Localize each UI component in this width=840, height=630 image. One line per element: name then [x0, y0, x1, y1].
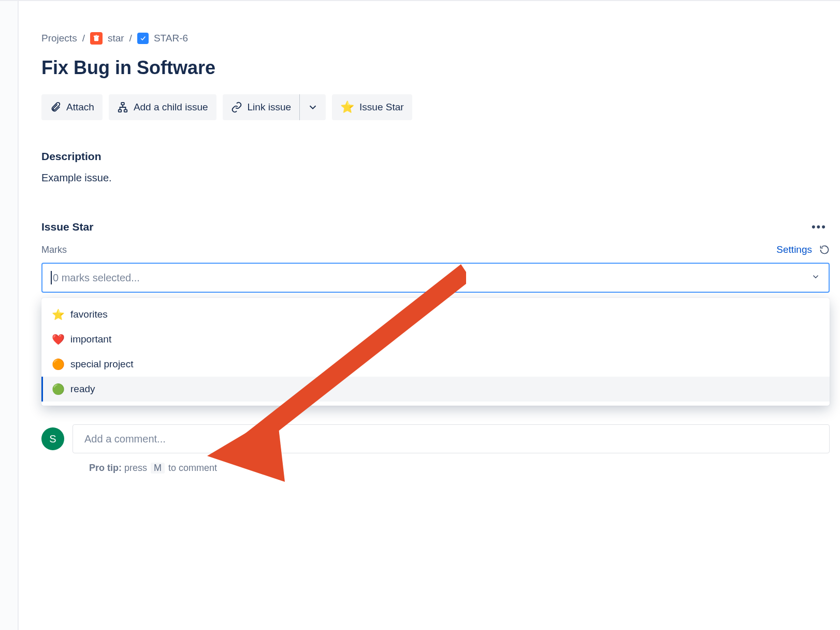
comment-placeholder: Add a comment...: [84, 433, 166, 445]
top-divider: [0, 0, 840, 1]
issue-title[interactable]: Fix Bug in Software: [41, 57, 830, 79]
project-icon: [90, 32, 103, 45]
marks-dropdown: ⭐ favorites ❤️ important 🟠 special proje…: [41, 298, 830, 406]
protip-suffix: to comment: [168, 463, 217, 473]
avatar[interactable]: S: [41, 427, 64, 450]
action-toolbar: Attach Add a child issue Link issue ⭐ Is…: [41, 94, 830, 120]
breadcrumb: Projects / star / STAR-6: [41, 32, 830, 45]
chevron-down-icon[interactable]: [811, 272, 820, 283]
breadcrumb-projects[interactable]: Projects: [41, 33, 77, 44]
breadcrumb-sep: /: [82, 33, 85, 44]
breadcrumb-issue-key[interactable]: STAR-6: [154, 33, 188, 44]
dropdown-option-important[interactable]: ❤️ important: [41, 327, 830, 352]
marks-select[interactable]: 0 marks selected...: [41, 263, 830, 293]
select-placeholder-wrap: 0 marks selected...: [51, 271, 140, 284]
description-heading: Description: [41, 150, 830, 163]
left-rail: [0, 0, 19, 630]
refresh-icon[interactable]: [819, 245, 830, 255]
link-issue-dropdown-button[interactable]: [300, 94, 326, 120]
star-icon: ⭐: [52, 308, 64, 321]
link-issue-button[interactable]: Link issue: [223, 94, 300, 120]
dropdown-option-special-project[interactable]: 🟠 special project: [41, 352, 830, 377]
description-body[interactable]: Example issue.: [41, 172, 830, 184]
issue-star-label: Issue Star: [359, 102, 404, 113]
pro-tip: Pro tip: press M to comment: [89, 463, 830, 474]
marks-label: Marks: [41, 245, 67, 255]
add-child-label: Add a child issue: [134, 102, 208, 113]
comment-row: S Add a comment...: [41, 424, 830, 453]
issue-content: Projects / star / STAR-6 Fix Bug in Soft…: [41, 32, 830, 474]
protip-prefix: Pro tip:: [89, 463, 122, 473]
link-issue-label: Link issue: [248, 102, 292, 113]
more-actions-icon[interactable]: •••: [808, 220, 830, 234]
svg-rect-0: [121, 103, 124, 105]
issue-star-button[interactable]: ⭐ Issue Star: [332, 94, 412, 120]
option-label: special project: [70, 359, 133, 370]
select-placeholder: 0 marks selected...: [53, 272, 140, 284]
svg-rect-2: [124, 110, 127, 112]
attach-label: Attach: [66, 102, 94, 113]
option-label: ready: [70, 383, 95, 395]
panel-title: Issue Star: [41, 221, 93, 233]
marks-actions: Settings: [776, 244, 830, 255]
dropdown-option-ready[interactable]: 🟢 ready: [41, 377, 830, 402]
option-label: favorites: [70, 309, 108, 320]
paperclip-icon: [50, 102, 61, 113]
link-issue-group: Link issue: [223, 94, 326, 120]
heart-icon: ❤️: [52, 333, 64, 346]
text-caret: [51, 271, 52, 284]
settings-link[interactable]: Settings: [776, 244, 812, 255]
star-icon: ⭐: [340, 101, 354, 114]
chevron-down-icon: [307, 102, 318, 113]
attach-button[interactable]: Attach: [41, 94, 103, 120]
breadcrumb-project[interactable]: star: [108, 33, 124, 44]
marks-header-row: Marks Settings: [41, 244, 830, 255]
protip-key: M: [151, 463, 165, 474]
add-child-button[interactable]: Add a child issue: [109, 94, 216, 120]
protip-press: press: [124, 463, 147, 473]
option-label: important: [70, 334, 111, 345]
child-issue-icon: [117, 102, 128, 113]
svg-rect-1: [119, 110, 122, 112]
issue-type-icon: [137, 33, 149, 44]
comment-input[interactable]: Add a comment...: [73, 424, 830, 453]
dropdown-option-favorites[interactable]: ⭐ favorites: [41, 302, 830, 327]
orange-circle-icon: 🟠: [52, 358, 64, 370]
green-circle-icon: 🟢: [52, 383, 64, 395]
panel-header: Issue Star •••: [41, 220, 830, 234]
breadcrumb-sep-2: /: [129, 33, 132, 44]
link-icon: [231, 102, 242, 113]
